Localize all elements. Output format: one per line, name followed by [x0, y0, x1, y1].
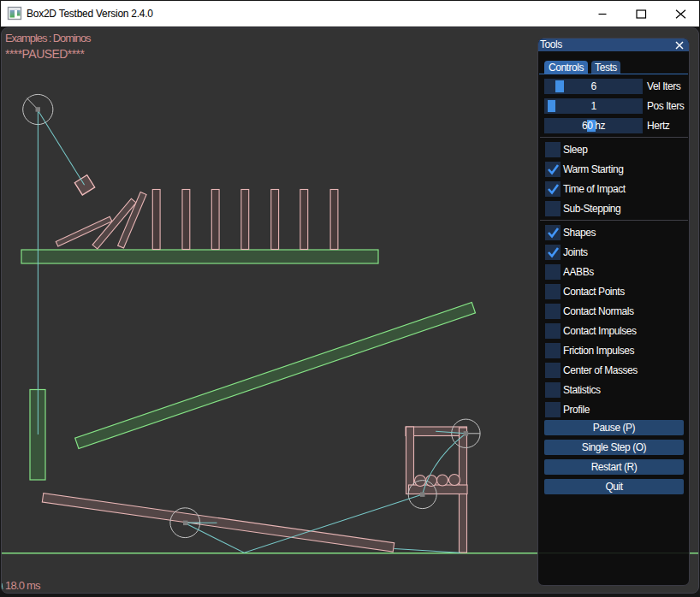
- svg-text:****PAUSED****: ****PAUSED****: [5, 47, 86, 61]
- svg-text:Examples : Dominos: Examples : Dominos: [5, 32, 92, 44]
- svg-text:18.0 ms: 18.0 ms: [5, 579, 41, 592]
